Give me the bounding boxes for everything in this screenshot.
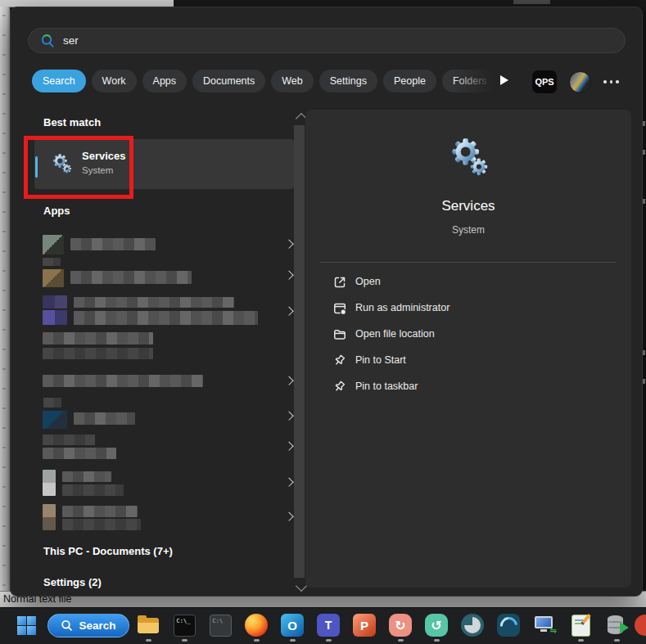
- app-result-redacted[interactable]: [43, 502, 294, 532]
- pin-icon: [332, 354, 347, 368]
- details-title: Services: [305, 198, 631, 214]
- running-indicator: [182, 639, 187, 642]
- app-result-redacted[interactable]: [43, 258, 294, 294]
- action-open-file-location[interactable]: Open file location: [305, 322, 631, 348]
- folder-icon: [332, 327, 347, 342]
- scrollbar-thumb[interactable]: [294, 125, 305, 578]
- firefox-icon[interactable]: [244, 613, 269, 637]
- open-icon: [332, 275, 347, 290]
- terminal-icon[interactable]: C:\: [208, 613, 233, 637]
- running-indicator: [254, 639, 260, 642]
- running-indicator: [614, 639, 620, 642]
- start-button[interactable]: [17, 616, 36, 635]
- action-pin-to-start[interactable]: Pin to Start: [305, 348, 631, 374]
- running-indicator: [578, 639, 584, 642]
- action-label: Run as administrator: [355, 302, 449, 313]
- tab-documents[interactable]: Documents: [192, 70, 265, 92]
- search-input[interactable]: ser: [28, 28, 626, 53]
- filter-tabs: Search Work Apps Documents Web Settings …: [32, 70, 498, 92]
- action-label: Open: [355, 276, 381, 287]
- red-annotation-rectangle: [24, 136, 133, 199]
- tab-people[interactable]: People: [383, 70, 436, 92]
- apps-header: Apps: [43, 205, 70, 217]
- cmd-icon[interactable]: C:\_: [172, 613, 197, 637]
- app-result-redacted[interactable]: [43, 398, 294, 435]
- documents-section-header[interactable]: This PC - Documents (7+): [43, 545, 173, 557]
- chevron-right-icon[interactable]: [284, 442, 293, 451]
- chevron-right-icon[interactable]: [284, 412, 293, 421]
- running-indicator: [434, 639, 440, 642]
- tab-settings[interactable]: Settings: [319, 70, 377, 92]
- running-indicator: [290, 639, 296, 642]
- run-as-admin-icon: [332, 301, 347, 316]
- running-indicator: [398, 639, 404, 642]
- chevron-right-icon[interactable]: [284, 307, 293, 316]
- search-query-text: ser: [63, 34, 79, 47]
- taskbar-search-button[interactable]: Search: [47, 614, 129, 637]
- tabs-overflow-fade: [453, 68, 504, 94]
- background-window-notch: [513, 0, 550, 4]
- tab-work[interactable]: Work: [92, 70, 137, 92]
- action-open[interactable]: Open: [305, 269, 631, 295]
- running-indicator: [146, 639, 151, 642]
- app-result-redacted[interactable]: [43, 373, 294, 390]
- running-indicator: [326, 639, 332, 642]
- action-pin-to-taskbar[interactable]: Pin to taskbar: [305, 374, 631, 400]
- search-flyout: ser Search Work Apps Documents Web Setti…: [10, 7, 643, 597]
- app-curve-icon[interactable]: [496, 613, 521, 637]
- app-teal-arrow-icon[interactable]: ↺: [424, 613, 449, 637]
- powerpoint-icon[interactable]: P: [352, 613, 377, 637]
- best-match-header: Best match: [43, 116, 101, 128]
- tab-search[interactable]: Search: [32, 70, 86, 92]
- taskbar-search-label: Search: [79, 619, 115, 632]
- divider: [320, 262, 617, 263]
- chevron-right-icon[interactable]: [284, 240, 293, 249]
- search-icon: [40, 34, 55, 48]
- user-avatar[interactable]: [569, 71, 591, 93]
- tab-web[interactable]: Web: [271, 70, 313, 92]
- background-window-left-edge: [0, 7, 10, 607]
- database-icon[interactable]: [604, 613, 629, 637]
- screen: Normal text file ser Search Work Apps Do…: [0, 0, 646, 644]
- chevron-right-icon[interactable]: [284, 271, 293, 280]
- file-explorer-icon[interactable]: [136, 613, 160, 637]
- tabs-scroll-right-icon[interactable]: [500, 75, 508, 85]
- chevron-right-icon[interactable]: [284, 376, 293, 385]
- chevron-right-icon[interactable]: [284, 512, 293, 521]
- app-result-redacted[interactable]: [43, 468, 294, 498]
- app-result-redacted[interactable]: [43, 332, 294, 362]
- app-result-redacted[interactable]: [43, 295, 294, 328]
- qps-badge[interactable]: QPS: [532, 70, 557, 93]
- search-icon: [61, 619, 73, 632]
- app-pie-icon[interactable]: [460, 613, 485, 637]
- tab-apps[interactable]: Apps: [142, 70, 187, 92]
- action-label: Pin to Start: [355, 354, 406, 366]
- notepad-plus-plus-icon[interactable]: [568, 613, 593, 637]
- chevron-right-icon[interactable]: [284, 478, 293, 487]
- app-result-redacted[interactable]: [43, 234, 294, 255]
- remote-desktop-icon[interactable]: ⇋: [532, 613, 557, 637]
- action-run-as-administrator[interactable]: Run as administrator: [305, 295, 631, 322]
- details-subtitle: System: [305, 224, 631, 236]
- services-gears-icon-large: [448, 137, 490, 179]
- action-label: Pin to taskbar: [355, 381, 418, 392]
- outlook-icon[interactable]: O: [280, 613, 305, 637]
- settings-section-header[interactable]: Settings (2): [43, 576, 102, 588]
- app-result-redacted[interactable]: [43, 435, 294, 459]
- app-circular-arrow-icon[interactable]: ↻: [388, 613, 413, 637]
- teams-icon[interactable]: T: [316, 613, 341, 637]
- background-window-top-dark: [174, 0, 646, 7]
- action-label: Open file location: [355, 328, 435, 340]
- more-options-button[interactable]: [603, 80, 619, 83]
- pin-icon: [332, 380, 347, 394]
- details-panel: Services System Open Run as administrato…: [305, 110, 631, 588]
